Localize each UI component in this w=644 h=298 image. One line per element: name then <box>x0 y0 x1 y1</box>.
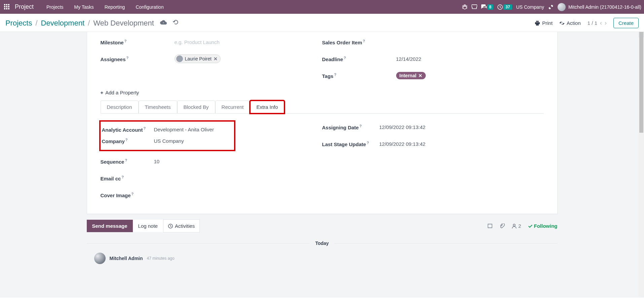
assignee-tag[interactable]: Laurie Poiret ✕ <box>175 54 221 63</box>
apps-icon[interactable] <box>4 4 10 10</box>
deadline-label: Deadline <box>322 56 343 62</box>
plus-icon: + <box>101 90 104 95</box>
tabs: Description Timesheets Blocked By Recurr… <box>101 100 544 114</box>
action-button[interactable]: Action <box>559 20 581 26</box>
analytic-value[interactable]: Development - Anita Oliver <box>154 127 214 132</box>
messages-separator: Today <box>87 241 558 246</box>
field-milestone: Milestone? e.g. Product Launch <box>101 35 322 49</box>
field-company: Company? US Company <box>102 135 233 146</box>
breadcrumb-development[interactable]: Development <box>41 19 85 28</box>
remove-icon[interactable]: ✕ <box>418 73 422 78</box>
activities-button[interactable]: Activities <box>163 219 200 232</box>
field-last-stage-update: Last Stage Update? 12/09/2022 09:13:42 <box>322 137 544 151</box>
book-icon[interactable] <box>487 223 493 229</box>
deadline-value[interactable]: 12/14/2022 <box>396 56 421 62</box>
bug-icon[interactable] <box>462 4 467 10</box>
tab-description[interactable]: Description <box>101 100 139 114</box>
add-property-button[interactable]: + Add a Property <box>101 90 139 95</box>
following-button[interactable]: Following <box>528 223 558 229</box>
help-icon[interactable]: ? <box>143 126 146 130</box>
nav-reporting[interactable]: Reporting <box>100 4 130 10</box>
discard-icon[interactable] <box>173 19 179 27</box>
help-icon[interactable]: ? <box>334 73 336 77</box>
breadcrumb-sep: / <box>35 19 37 28</box>
breadcrumb: Projects / Development / Web Development <box>5 19 179 28</box>
tools-icon[interactable] <box>548 4 554 10</box>
activities-badge: 37 <box>503 4 512 10</box>
create-button[interactable]: Create <box>613 18 639 28</box>
messages-icon[interactable]: 8 <box>481 4 494 10</box>
help-icon[interactable]: ? <box>125 158 127 162</box>
tab-extra-info[interactable]: Extra Info <box>250 100 284 114</box>
breadcrumb-sep: / <box>88 19 90 28</box>
sales-order-label: Sales Order Item <box>322 40 362 45</box>
milestone-input[interactable]: e.g. Product Launch <box>175 39 220 45</box>
tab-timesheets[interactable]: Timesheets <box>139 100 177 114</box>
field-assignees: Assignees? Laurie Poiret ✕ <box>101 52 322 66</box>
support-icon[interactable] <box>471 4 477 10</box>
pager: 1 / 1 ‹ › <box>588 19 607 27</box>
company-label: Company <box>102 138 125 144</box>
tags-label: Tags <box>322 73 334 79</box>
tag-internal[interactable]: Internal ✕ <box>396 72 426 79</box>
message-author[interactable]: Mitchell Admin <box>110 256 143 261</box>
tab-blocked-by[interactable]: Blocked By <box>177 100 215 114</box>
activities-icon[interactable]: 37 <box>497 4 512 10</box>
field-sequence: Sequence? 10 <box>101 155 322 168</box>
field-deadline: Deadline? 12/14/2022 <box>322 52 544 66</box>
svg-point-2 <box>513 224 515 226</box>
attachment-icon[interactable] <box>499 223 505 229</box>
help-icon[interactable]: ? <box>121 175 124 179</box>
top-navbar: Project Projects My Tasks Reporting Conf… <box>0 0 644 14</box>
message-time: 47 minutes ago <box>147 256 175 261</box>
field-analytic-account: Analytic Account? Development - Anita Ol… <box>102 124 233 135</box>
form-sheet: Milestone? e.g. Product Launch Assignees… <box>87 32 558 214</box>
field-assigning-date: Assigning Date? 12/09/2022 09:13:42 <box>322 120 544 134</box>
help-icon[interactable]: ? <box>367 141 369 145</box>
help-icon[interactable]: ? <box>124 39 127 43</box>
help-icon[interactable]: ? <box>344 56 346 60</box>
help-icon[interactable]: ? <box>125 138 128 142</box>
cloud-save-icon[interactable] <box>160 19 167 27</box>
app-brand[interactable]: Project <box>15 3 34 10</box>
messages-badge: 8 <box>487 4 494 10</box>
assigning-date-value: 12/09/2022 09:13:42 <box>379 124 426 130</box>
help-icon[interactable]: ? <box>359 124 362 128</box>
tab-content-extra-info: Analytic Account? Development - Anita Ol… <box>101 114 544 204</box>
help-icon[interactable]: ? <box>131 192 134 196</box>
log-note-button[interactable]: Log note <box>133 220 163 232</box>
avatar-icon <box>558 3 566 11</box>
scroll-thumb[interactable] <box>639 32 643 133</box>
company-value[interactable]: US Company <box>154 138 184 144</box>
assigning-date-label: Assigning Date <box>322 125 359 130</box>
scrollbar[interactable]: ▲ <box>639 32 644 297</box>
analytic-label: Analytic Account <box>102 127 143 133</box>
sequence-value[interactable]: 10 <box>154 159 160 164</box>
tab-recurrent[interactable]: Recurrent <box>215 100 250 114</box>
field-email-cc: Email cc? <box>101 171 322 185</box>
field-cover-image: Cover Image? <box>101 188 322 202</box>
field-tags: Tags? Internal ✕ <box>322 69 544 82</box>
company-switcher[interactable]: US Company <box>516 4 544 10</box>
user-menu[interactable]: Mitchell Admin (21700412-16-0-all) <box>558 3 641 11</box>
control-panel: Projects / Development / Web Development… <box>0 14 644 32</box>
help-icon[interactable]: ? <box>126 56 129 60</box>
field-sales-order-item: Sales Order Item? <box>322 35 544 49</box>
pager-prev-icon[interactable]: ‹ <box>600 19 602 27</box>
remove-icon[interactable]: ✕ <box>214 56 218 61</box>
help-icon[interactable]: ? <box>363 39 365 43</box>
milestone-label: Milestone <box>101 40 124 45</box>
send-message-button[interactable]: Send message <box>87 220 133 232</box>
pager-next-icon[interactable]: › <box>605 19 607 27</box>
avatar-icon <box>94 253 106 264</box>
breadcrumb-projects[interactable]: Projects <box>5 19 32 28</box>
nav-projects[interactable]: Projects <box>42 4 68 10</box>
print-button[interactable]: Print <box>535 20 553 26</box>
nav-my-tasks[interactable]: My Tasks <box>70 4 99 10</box>
emailcc-label: Email cc <box>101 176 121 181</box>
message-header: Mitchell Admin 47 minutes ago <box>87 253 558 264</box>
main-area: Milestone? e.g. Product Launch Assignees… <box>0 32 644 297</box>
followers-button[interactable]: 2 <box>512 223 521 229</box>
chatter: Send message Log note Activities 2 <box>87 219 558 264</box>
nav-configuration[interactable]: Configuration <box>131 4 168 10</box>
